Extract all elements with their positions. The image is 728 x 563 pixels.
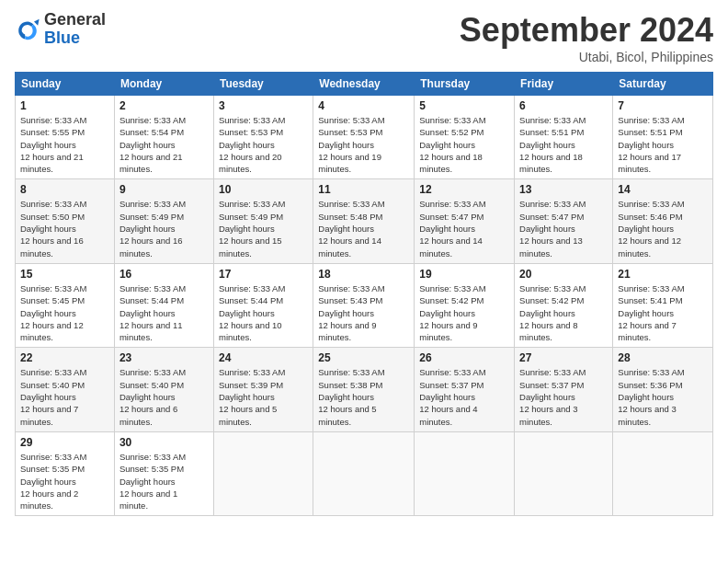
daylight-label: Daylight hours xyxy=(219,140,275,150)
table-row: 21 Sunrise: 5:33 AM Sunset: 5:41 PM Dayl… xyxy=(613,263,713,347)
day-info: Sunrise: 5:33 AM Sunset: 5:42 PM Dayligh… xyxy=(519,282,608,343)
day-number: 10 xyxy=(219,183,308,196)
header-tuesday: Tuesday xyxy=(213,73,313,96)
page-header: General Blue September 2024 Utabi, Bicol… xyxy=(15,11,713,64)
daylight-label: Daylight hours xyxy=(20,308,76,318)
daylight-label: Daylight hours xyxy=(519,140,575,150)
daylight-duration: 12 hours and 12 minutes. xyxy=(618,236,681,258)
sunset-label: Sunset: 5:55 PM xyxy=(20,127,85,137)
header-friday: Friday xyxy=(515,73,613,96)
header-sunday: Sunday xyxy=(16,73,115,96)
calendar-row: 22 Sunrise: 5:33 AM Sunset: 5:40 PM Dayl… xyxy=(16,348,713,431)
daylight-duration: 12 hours and 5 minutes. xyxy=(318,404,376,426)
table-row: 29 Sunrise: 5:33 AM Sunset: 5:35 PM Dayl… xyxy=(16,431,115,515)
day-info: Sunrise: 5:33 AM Sunset: 5:43 PM Dayligh… xyxy=(318,282,409,343)
sunset-label: Sunset: 5:49 PM xyxy=(219,212,283,222)
sunrise-label: Sunrise: 5:33 AM xyxy=(318,367,384,377)
sunset-label: Sunset: 5:46 PM xyxy=(618,212,682,222)
daylight-label: Daylight hours xyxy=(219,224,275,234)
day-number: 13 xyxy=(519,183,608,196)
sunset-label: Sunset: 5:36 PM xyxy=(618,380,682,390)
sunrise-label: Sunrise: 5:33 AM xyxy=(219,115,285,125)
day-number: 23 xyxy=(119,351,209,364)
sunrise-label: Sunrise: 5:33 AM xyxy=(419,115,485,125)
logo: General Blue xyxy=(15,11,106,48)
day-number: 27 xyxy=(519,351,608,364)
table-row: 18 Sunrise: 5:33 AM Sunset: 5:43 PM Dayl… xyxy=(313,263,415,347)
sunrise-label: Sunrise: 5:33 AM xyxy=(119,199,186,209)
day-number: 17 xyxy=(219,268,308,281)
sunrise-label: Sunrise: 5:33 AM xyxy=(419,367,485,377)
daylight-label: Daylight hours xyxy=(119,140,176,150)
daylight-duration: 12 hours and 5 minutes. xyxy=(219,404,277,426)
daylight-label: Daylight hours xyxy=(318,224,374,234)
day-info: Sunrise: 5:33 AM Sunset: 5:39 PM Dayligh… xyxy=(219,366,308,427)
daylight-label: Daylight hours xyxy=(419,392,475,402)
table-row: 30 Sunrise: 5:33 AM Sunset: 5:35 PM Dayl… xyxy=(114,431,213,515)
logo-text: General Blue xyxy=(44,11,106,48)
logo-icon xyxy=(15,17,40,42)
daylight-label: Daylight hours xyxy=(20,140,76,150)
sunset-label: Sunset: 5:40 PM xyxy=(119,380,184,390)
sunrise-label: Sunrise: 5:33 AM xyxy=(219,199,285,209)
daylight-duration: 12 hours and 21 minutes. xyxy=(20,152,84,174)
daylight-label: Daylight hours xyxy=(219,308,275,318)
day-number: 1 xyxy=(20,99,109,112)
day-info: Sunrise: 5:33 AM Sunset: 5:55 PM Dayligh… xyxy=(20,114,109,175)
daylight-duration: 12 hours and 14 minutes. xyxy=(318,236,381,258)
day-number: 16 xyxy=(119,268,209,281)
daylight-label: Daylight hours xyxy=(318,308,374,318)
day-info: Sunrise: 5:33 AM Sunset: 5:45 PM Dayligh… xyxy=(20,282,109,343)
daylight-label: Daylight hours xyxy=(519,308,575,318)
title-area: September 2024 Utabi, Bicol, Philippines xyxy=(460,11,713,64)
sunset-label: Sunset: 5:50 PM xyxy=(20,212,85,222)
daylight-duration: 12 hours and 11 minutes. xyxy=(119,320,183,342)
daylight-duration: 12 hours and 7 minutes. xyxy=(618,320,676,342)
sunset-label: Sunset: 5:47 PM xyxy=(519,212,584,222)
sunset-label: Sunset: 5:38 PM xyxy=(318,380,382,390)
sunset-label: Sunset: 5:47 PM xyxy=(419,212,483,222)
header-thursday: Thursday xyxy=(415,73,515,96)
daylight-duration: 12 hours and 21 minutes. xyxy=(119,152,183,174)
calendar-row: 29 Sunrise: 5:33 AM Sunset: 5:35 PM Dayl… xyxy=(16,431,713,515)
table-row: 4 Sunrise: 5:33 AM Sunset: 5:53 PM Dayli… xyxy=(313,96,415,179)
sunset-label: Sunset: 5:42 PM xyxy=(419,295,483,305)
sunrise-label: Sunrise: 5:33 AM xyxy=(519,199,586,209)
day-number: 14 xyxy=(618,183,708,196)
sunrise-label: Sunrise: 5:33 AM xyxy=(618,199,684,209)
day-number: 25 xyxy=(318,351,409,364)
day-info: Sunrise: 5:33 AM Sunset: 5:37 PM Dayligh… xyxy=(519,366,608,427)
sunset-label: Sunset: 5:41 PM xyxy=(618,295,682,305)
day-info: Sunrise: 5:33 AM Sunset: 5:46 PM Dayligh… xyxy=(618,198,708,259)
calendar-table: Sunday Monday Tuesday Wednesday Thursday… xyxy=(15,72,713,516)
day-info: Sunrise: 5:33 AM Sunset: 5:44 PM Dayligh… xyxy=(219,282,308,343)
day-number: 22 xyxy=(20,351,109,364)
table-row: 17 Sunrise: 5:33 AM Sunset: 5:44 PM Dayl… xyxy=(213,263,313,347)
sunrise-label: Sunrise: 5:33 AM xyxy=(20,367,86,377)
sunset-label: Sunset: 5:44 PM xyxy=(219,295,283,305)
table-row: 7 Sunrise: 5:33 AM Sunset: 5:51 PM Dayli… xyxy=(613,96,713,179)
table-row: 26 Sunrise: 5:33 AM Sunset: 5:37 PM Dayl… xyxy=(415,348,515,431)
day-info: Sunrise: 5:33 AM Sunset: 5:49 PM Dayligh… xyxy=(219,198,308,259)
sunrise-label: Sunrise: 5:33 AM xyxy=(318,283,384,293)
day-info: Sunrise: 5:33 AM Sunset: 5:40 PM Dayligh… xyxy=(119,366,209,427)
daylight-duration: 12 hours and 19 minutes. xyxy=(318,152,381,174)
daylight-label: Daylight hours xyxy=(119,392,176,402)
table-row xyxy=(613,431,713,515)
sunrise-label: Sunrise: 5:33 AM xyxy=(318,115,384,125)
sunrise-label: Sunrise: 5:33 AM xyxy=(20,199,86,209)
location: Utabi, Bicol, Philippines xyxy=(460,50,713,64)
day-info: Sunrise: 5:33 AM Sunset: 5:47 PM Dayligh… xyxy=(519,198,608,259)
month-title: September 2024 xyxy=(460,11,713,50)
sunset-label: Sunset: 5:37 PM xyxy=(519,380,584,390)
table-row: 16 Sunrise: 5:33 AM Sunset: 5:44 PM Dayl… xyxy=(114,263,213,347)
daylight-duration: 12 hours and 4 minutes. xyxy=(419,404,477,426)
day-number: 20 xyxy=(519,268,608,281)
table-row: 11 Sunrise: 5:33 AM Sunset: 5:48 PM Dayl… xyxy=(313,179,415,263)
sunrise-label: Sunrise: 5:33 AM xyxy=(119,283,186,293)
daylight-duration: 12 hours and 2 minutes. xyxy=(20,488,78,511)
sunset-label: Sunset: 5:54 PM xyxy=(119,127,184,137)
table-row: 15 Sunrise: 5:33 AM Sunset: 5:45 PM Dayl… xyxy=(16,263,115,347)
day-number: 5 xyxy=(419,99,509,112)
sunset-label: Sunset: 5:48 PM xyxy=(318,212,382,222)
